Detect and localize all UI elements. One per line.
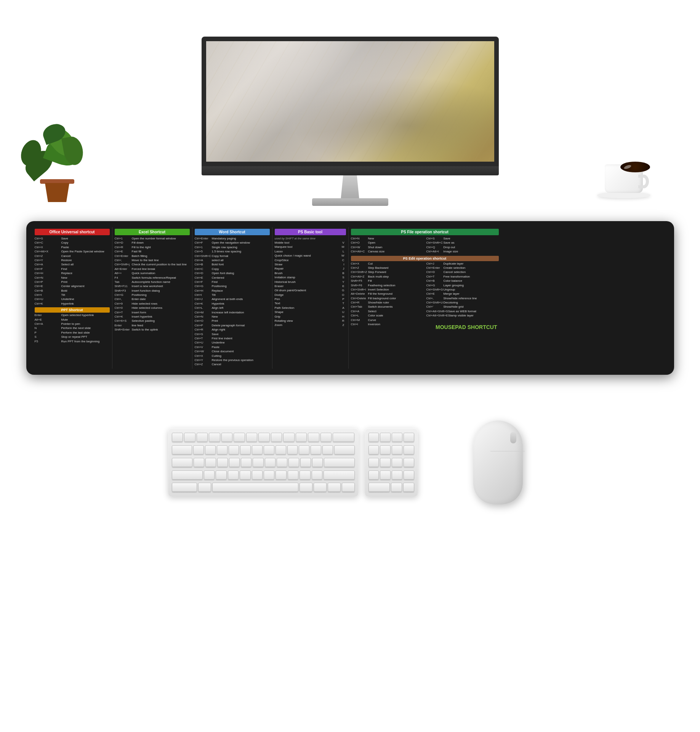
key bbox=[314, 483, 327, 492]
key bbox=[217, 445, 227, 454]
key bbox=[308, 433, 319, 442]
sc-row: TextT bbox=[275, 302, 346, 305]
sc-row: Ctrl+HReplace bbox=[35, 271, 110, 275]
key bbox=[380, 445, 391, 454]
key bbox=[311, 445, 321, 454]
key bbox=[205, 458, 216, 467]
key bbox=[240, 470, 250, 480]
key bbox=[252, 470, 263, 480]
sc-row: Ctrl+Alt+ZBack multi-step bbox=[351, 275, 423, 279]
key bbox=[320, 433, 332, 442]
key bbox=[312, 470, 322, 480]
excel-section: Excel Shortcut Ctrl+1Open the number for… bbox=[112, 227, 192, 369]
ps-file-section: PS File operation shortcut Ctrl+NNew Ctr… bbox=[349, 227, 501, 369]
key bbox=[403, 483, 414, 492]
word-section: Word Shortcut Ctrl+EnterMandatory paging… bbox=[192, 227, 272, 369]
key bbox=[299, 445, 309, 454]
sc-row: Rotating viewR bbox=[275, 319, 346, 323]
sc-row: NPerform the next slide bbox=[35, 326, 110, 330]
sc-row: Ctrl+SSave bbox=[195, 332, 270, 336]
sc-row: F5Run PPT from the beginning bbox=[35, 340, 110, 344]
sc-row: Ctrl+WClose document bbox=[195, 350, 270, 353]
cup-body bbox=[605, 164, 643, 193]
key bbox=[217, 458, 228, 467]
key bbox=[380, 458, 391, 467]
sc-row: Ctrl+ECenter alignment bbox=[35, 284, 110, 288]
key bbox=[300, 470, 310, 480]
key bbox=[172, 470, 203, 480]
keyboard-row bbox=[368, 457, 414, 468]
key bbox=[404, 445, 414, 454]
key bbox=[368, 458, 379, 467]
key bbox=[334, 445, 355, 454]
sc-row: Ctrl+1Single row spacing bbox=[195, 246, 270, 249]
key bbox=[404, 470, 414, 480]
sc-row: EnterOpen selected hyperlink bbox=[35, 313, 110, 317]
key bbox=[368, 470, 379, 480]
sc-row: Ctrl+TInsert form bbox=[115, 311, 190, 315]
ps-edit-col1: Ctrl+XCut Ctrl+ZStep Backward Ctrl+Shift… bbox=[351, 262, 423, 331]
sc-row: Ctrl+BBold font bbox=[195, 263, 270, 266]
sc-row: DodgeO bbox=[275, 293, 346, 297]
sc-row: Ctrl+Shift+CSave as bbox=[426, 241, 499, 245]
sc-row: Marquee toolM bbox=[275, 245, 346, 249]
sc-row: Ctrl+RAlign right bbox=[195, 328, 270, 332]
key bbox=[368, 433, 379, 442]
sc-row: PPerform the last slide bbox=[35, 331, 110, 335]
sc-row: Ctrl+6+SSelective pasting bbox=[115, 319, 190, 323]
sc-row: Ctrl+KInsert hyperlink bbox=[115, 315, 190, 319]
sc-row: Ctrl+Shift+CCopy format bbox=[195, 254, 270, 258]
sc-row: PenP bbox=[275, 297, 346, 301]
sc-row: Ctrl+Alt+IImage size bbox=[426, 250, 499, 254]
sc-row: Shift+F6Feathering selection bbox=[351, 284, 423, 287]
key bbox=[380, 433, 391, 442]
sc-row: Ctrl+MIncrease left indentation bbox=[195, 311, 270, 315]
key bbox=[324, 458, 354, 467]
mouse-body bbox=[473, 421, 523, 504]
sc-row: Ctrl+DeleteFill background color bbox=[351, 297, 423, 300]
key bbox=[300, 483, 312, 492]
key bbox=[288, 470, 298, 480]
sc-row: Ctrl+YRestore the previous operation bbox=[195, 358, 270, 362]
key bbox=[322, 445, 333, 454]
sc-row: Ctrl+Alt+Shift+SSave as WEB format bbox=[426, 310, 499, 313]
sc-row: Shift+F3Insert function dialog bbox=[115, 289, 190, 293]
sc-row: Ctrl+CCopy bbox=[35, 241, 110, 245]
sc-row: Ctrl+IInversion bbox=[351, 323, 423, 326]
sc-row: Ctrl+UUnderline bbox=[35, 297, 110, 301]
key bbox=[404, 458, 414, 467]
key bbox=[296, 433, 307, 442]
sc-row: Ctrl+ZStep Backward bbox=[351, 266, 423, 270]
pot bbox=[42, 183, 72, 202]
sc-row: Ctrl+JDuplicate layer bbox=[426, 262, 499, 266]
ps-edit-header: PS Edit operation shortcut bbox=[351, 256, 499, 261]
sc-row: Ctrl+NNew bbox=[351, 237, 423, 241]
sc-row: Enterline feed bbox=[115, 324, 190, 327]
key bbox=[229, 445, 239, 454]
sc-row: Ctrl+ZCancel bbox=[35, 254, 110, 258]
ps-file-col1: Ctrl+NNew Ctrl+OOpen Ctrl+WShut down Ctr… bbox=[351, 237, 423, 254]
sc-row: Ctrl+KHyperlink bbox=[195, 302, 270, 306]
keyboard-row bbox=[368, 445, 414, 456]
sc-row: Ctrl+0Hide selected columns bbox=[115, 306, 190, 310]
sc-row: Ctrl+GLayer grouping bbox=[426, 284, 499, 287]
plant-decoration bbox=[23, 126, 91, 202]
sc-row: Ctrl+DOpen font dialog bbox=[195, 271, 270, 275]
sc-row: Ctrl+,Enter date bbox=[115, 297, 190, 301]
key bbox=[288, 458, 299, 467]
sc-row: Ctrl+CCopy bbox=[195, 267, 270, 271]
sc-row: Ctrl+XPaste bbox=[35, 246, 110, 249]
sc-row: SStop or repeat PPT bbox=[35, 335, 110, 339]
sc-row: Alt+EnterForced line break bbox=[115, 267, 190, 271]
sc-row: Ctrl+SSave bbox=[426, 237, 499, 241]
sc-row: Imitation stampS bbox=[275, 276, 346, 279]
ps-file-col2: Ctrl+SSave Ctrl+Shift+CSave as Ctrl+QDro… bbox=[426, 237, 499, 254]
sc-row: Ctrl+PPrint bbox=[35, 280, 110, 284]
coffee-cup bbox=[593, 137, 654, 198]
key bbox=[392, 470, 402, 480]
sc-row: Ctrl+KHyperlink bbox=[35, 302, 110, 306]
key bbox=[172, 483, 197, 492]
shortcut-grid: Office Universal shortcut Ctrl+SSave Ctr… bbox=[32, 227, 668, 369]
sc-row: Ctrl+Alt+XOpen the Paste Special window bbox=[35, 250, 110, 254]
sc-row: Ctrl+'Show/hide grid bbox=[426, 305, 499, 309]
